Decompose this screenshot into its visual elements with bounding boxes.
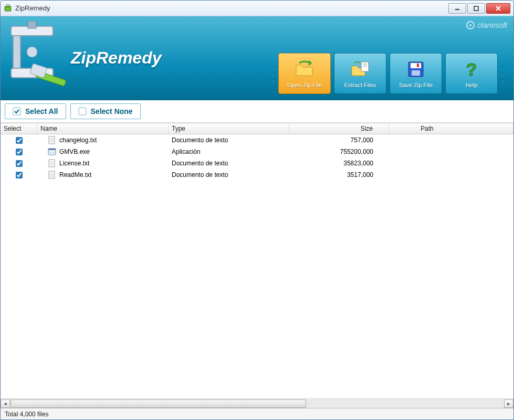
svg-point-10 bbox=[27, 47, 37, 57]
banner-btn-help[interactable]: ?Help bbox=[445, 53, 498, 94]
help-icon: ? bbox=[461, 59, 482, 80]
save-icon bbox=[405, 59, 426, 80]
banner: ZipRemedy ctanesoft Open Zip FileExtract… bbox=[1, 16, 513, 100]
file-name: ReadMe.txt bbox=[59, 171, 91, 178]
svg-rect-15 bbox=[361, 62, 369, 71]
scroll-left-button[interactable]: ◄ bbox=[1, 400, 10, 408]
file-text-icon bbox=[48, 171, 56, 179]
file-exe-icon bbox=[48, 148, 56, 156]
close-button[interactable] bbox=[486, 3, 510, 14]
svg-rect-23 bbox=[13, 108, 20, 115]
select-all-label: Select All bbox=[25, 107, 58, 116]
file-grid[interactable]: changelog.txtDocumento de texto757,000GM… bbox=[1, 134, 513, 398]
app-window: ZipRemedy ZipRemedy bbox=[0, 0, 514, 420]
svg-rect-0 bbox=[5, 6, 11, 11]
window-title: ZipRemedy bbox=[15, 4, 447, 12]
maximize-button[interactable] bbox=[467, 3, 485, 14]
file-name: License.txt bbox=[59, 160, 89, 167]
svg-rect-24 bbox=[79, 108, 86, 115]
banner-btn-label: Save Zip File bbox=[399, 82, 433, 88]
column-header-type[interactable]: Type bbox=[169, 123, 289, 134]
banner-btn-label: Extract Files bbox=[344, 82, 376, 88]
banner-btn-label: Help bbox=[466, 82, 478, 88]
select-all-icon bbox=[13, 107, 21, 116]
banner-buttons: Open Zip FileExtract FilesSave Zip File?… bbox=[271, 53, 505, 94]
banner-btn-label: Open Zip File bbox=[287, 82, 322, 88]
clamp-hammer-art bbox=[6, 21, 69, 94]
row-checkbox[interactable] bbox=[16, 172, 23, 178]
svg-text:?: ? bbox=[466, 59, 477, 79]
table-row[interactable]: ReadMe.txtDocumento de texto3517,000 bbox=[1, 169, 513, 181]
grip-right[interactable] bbox=[501, 53, 505, 94]
svg-rect-20 bbox=[412, 70, 420, 76]
scroll-right-button[interactable]: ► bbox=[504, 400, 513, 408]
grid-header: Select Name Type Size Path bbox=[1, 123, 513, 134]
select-none-button[interactable]: Select None bbox=[70, 103, 141, 119]
select-none-icon bbox=[78, 107, 87, 116]
file-text-icon bbox=[48, 159, 56, 167]
select-all-button[interactable]: Select All bbox=[5, 103, 66, 119]
file-size: 3517,000 bbox=[289, 171, 389, 178]
window-controls bbox=[447, 3, 510, 14]
banner-btn-open-zip-file[interactable]: Open Zip File bbox=[278, 53, 331, 94]
grip-left[interactable] bbox=[271, 53, 275, 94]
file-type: Aplicación bbox=[169, 148, 289, 155]
extract-icon bbox=[350, 59, 371, 80]
banner-btn-extract-files[interactable]: Extract Files bbox=[334, 53, 386, 94]
file-size: 757,000 bbox=[289, 136, 389, 144]
svg-rect-19 bbox=[411, 63, 421, 68]
row-checkbox[interactable] bbox=[16, 160, 23, 167]
scroll-thumb[interactable] bbox=[11, 400, 306, 408]
svg-rect-21 bbox=[417, 64, 419, 67]
minimize-button[interactable] bbox=[448, 3, 466, 14]
file-size: 35823,000 bbox=[289, 160, 389, 167]
row-checkbox[interactable] bbox=[16, 149, 23, 155]
svg-rect-8 bbox=[13, 36, 20, 68]
select-none-label: Select None bbox=[91, 107, 133, 116]
svg-rect-32 bbox=[53, 151, 55, 154]
column-header-name[interactable]: Name bbox=[37, 123, 169, 134]
status-text: Total 4,000 files bbox=[5, 411, 48, 418]
column-header-select[interactable]: Select bbox=[1, 123, 37, 134]
table-row[interactable]: GMVB.exeAplicación755200,000 bbox=[1, 146, 513, 158]
open-folder-icon bbox=[294, 59, 315, 80]
table-row[interactable]: License.txtDocumento de texto35823,000 bbox=[1, 158, 513, 169]
scroll-track[interactable] bbox=[11, 400, 503, 408]
company-logo: ctanesoft bbox=[466, 20, 507, 30]
banner-title: ZipRemedy bbox=[71, 48, 161, 68]
banner-btn-save-zip-file[interactable]: Save Zip File bbox=[390, 53, 442, 94]
horizontal-scrollbar[interactable]: ◄ ► bbox=[1, 398, 513, 408]
file-type: Documento de texto bbox=[169, 136, 289, 144]
svg-rect-3 bbox=[474, 6, 478, 10]
app-icon bbox=[4, 4, 12, 13]
file-type: Documento de texto bbox=[169, 171, 289, 178]
file-type: Documento de texto bbox=[169, 160, 289, 167]
statusbar: Total 4,000 files bbox=[1, 408, 513, 419]
column-header-path[interactable]: Path bbox=[389, 123, 513, 134]
table-row[interactable]: changelog.txtDocumento de texto757,000 bbox=[1, 134, 513, 146]
titlebar[interactable]: ZipRemedy bbox=[1, 1, 513, 16]
svg-rect-31 bbox=[49, 151, 51, 154]
svg-rect-30 bbox=[48, 149, 56, 150]
column-header-size[interactable]: Size bbox=[289, 123, 389, 134]
file-size: 755200,000 bbox=[289, 148, 389, 155]
svg-rect-9 bbox=[28, 21, 36, 28]
file-name: changelog.txt bbox=[59, 136, 97, 144]
svg-point-14 bbox=[469, 24, 471, 26]
file-text-icon bbox=[48, 136, 56, 144]
banner-left: ZipRemedy bbox=[1, 16, 242, 99]
company-name: ctanesoft bbox=[477, 21, 507, 29]
row-checkbox[interactable] bbox=[16, 137, 23, 144]
selection-toolbar: Select All Select None bbox=[1, 100, 513, 123]
file-name: GMVB.exe bbox=[59, 148, 90, 155]
